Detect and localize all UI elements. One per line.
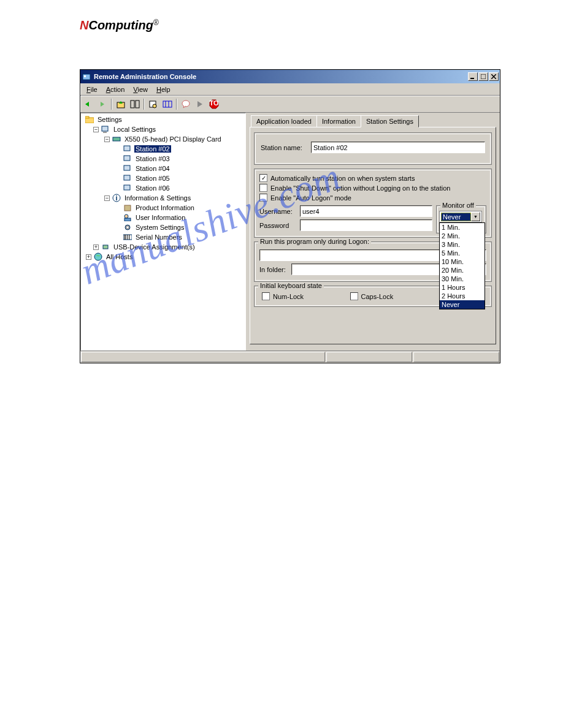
properties-button[interactable]: [147, 97, 160, 111]
collapse-icon[interactable]: −: [104, 195, 110, 201]
svg-point-33: [127, 227, 129, 229]
svg-rect-25: [124, 175, 130, 180]
svg-text:STOP: STOP: [209, 99, 219, 107]
auto-on-checkbox[interactable]: ✓: [259, 174, 267, 182]
monitor-off-dropdown[interactable]: Never ▼ 1 Min.2 Min.3 Min.5 Min.10 Min.2…: [439, 211, 482, 222]
collapse-icon[interactable]: −: [93, 127, 99, 132]
shutdown-label: Enable "Shut Down" option without Loggin…: [270, 184, 450, 192]
maximize-button[interactable]: [478, 72, 488, 81]
tree-label-user[interactable]: User Information: [134, 214, 186, 221]
tree-label-card[interactable]: X550 (5-head) PCI Display Card: [123, 135, 223, 143]
svg-point-40: [94, 253, 102, 260]
dropdown-option[interactable]: 2 Min.: [440, 232, 484, 240]
tree-label-s3[interactable]: Station #03: [134, 155, 171, 162]
numlock-label: Num-Lock: [273, 293, 304, 300]
toolbar-separator: [144, 99, 145, 110]
tree-station-04[interactable]: Station #04: [82, 164, 244, 173]
username-input[interactable]: [300, 205, 432, 217]
menu-action[interactable]: Action: [102, 85, 129, 94]
logo-n: N: [80, 18, 88, 32]
tree-card[interactable]: − X550 (5-head) PCI Display Card: [82, 134, 244, 144]
dropdown-option[interactable]: Never: [440, 300, 484, 309]
dropdown-option[interactable]: 3 Min.: [440, 240, 484, 249]
tree-pane[interactable]: Settings − Local Settings − X550 (5-head…: [80, 113, 246, 351]
up-button[interactable]: [114, 97, 128, 111]
tab-information[interactable]: Information: [316, 115, 361, 127]
numlock-checkbox[interactable]: [262, 292, 270, 300]
dropdown-option[interactable]: 2 Hours: [440, 292, 484, 300]
keyboard-state-title: Initial keyboard state: [258, 282, 324, 289]
dropdown-list[interactable]: 1 Min.2 Min.3 Min.5 Min.10 Min.20 Min.30…: [439, 222, 485, 309]
svg-rect-20: [103, 132, 107, 133]
show-hide-button[interactable]: [128, 97, 142, 111]
tree-product-info[interactable]: Product Information: [82, 203, 244, 213]
dropdown-option[interactable]: 1 Min.: [440, 223, 484, 232]
minimize-button[interactable]: [468, 72, 478, 81]
tree-info-settings[interactable]: − i Information & Settings: [82, 193, 244, 203]
message-button[interactable]: [179, 97, 193, 111]
stop-button[interactable]: STOP: [207, 97, 221, 111]
forward-button[interactable]: [96, 97, 109, 111]
tree-label-hosts[interactable]: All Hosts: [105, 253, 134, 260]
svg-rect-11: [163, 101, 172, 107]
dropdown-option[interactable]: 20 Min.: [440, 266, 484, 275]
tree-label-s2[interactable]: Station #02: [134, 145, 171, 153]
back-button[interactable]: [82, 97, 95, 111]
tree-local[interactable]: − Local Settings: [82, 124, 244, 134]
station-name-input[interactable]: [311, 142, 485, 153]
tree-label-s6[interactable]: Station #06: [134, 184, 171, 192]
svg-rect-3: [481, 74, 486, 79]
monitor-icon: [123, 173, 132, 183]
tree-label-usb[interactable]: USB-Device Assignment(s): [112, 243, 196, 251]
tree-station-05[interactable]: Station #05: [82, 173, 244, 183]
expand-icon[interactable]: +: [93, 245, 99, 250]
menu-view[interactable]: View: [129, 85, 151, 94]
statusbar: [80, 351, 500, 363]
tree-station-06[interactable]: Station #06: [82, 183, 244, 193]
tab-station-settings[interactable]: Station Settings: [361, 115, 419, 127]
columns-button[interactable]: [161, 97, 174, 111]
svg-point-30: [124, 214, 128, 218]
box-icon: [123, 203, 132, 213]
tree-root[interactable]: Settings: [82, 115, 244, 124]
tree-usb[interactable]: + USB-Device Assignment(s): [82, 242, 244, 252]
tree-label-prod[interactable]: Product Information: [134, 204, 196, 211]
collapse-icon[interactable]: −: [104, 137, 110, 142]
toolbar: STOP: [80, 96, 500, 113]
username-label: Username:: [259, 208, 297, 215]
auto-logon-checkbox[interactable]: [259, 194, 267, 202]
menu-help[interactable]: Help: [153, 85, 174, 94]
tree-serial[interactable]: Serial Numbers: [82, 232, 244, 242]
expand-icon[interactable]: +: [86, 254, 91, 260]
dropdown-option[interactable]: 30 Min.: [440, 275, 484, 283]
tabs: Application loaded Information Station S…: [251, 115, 496, 127]
run-program-title: Run this program only during Logon:: [258, 238, 371, 245]
tree-label-settings[interactable]: Settings: [96, 116, 123, 123]
close-button[interactable]: [489, 72, 499, 81]
shutdown-checkbox[interactable]: [259, 184, 267, 192]
tree-label-serial[interactable]: Serial Numbers: [134, 233, 183, 241]
chevron-down-icon[interactable]: ▼: [471, 212, 480, 221]
tree-label-sys[interactable]: System Settings: [134, 224, 185, 231]
menu-file[interactable]: File: [83, 85, 101, 94]
dropdown-option[interactable]: 1 Hours: [440, 283, 484, 292]
monitor-icon: [123, 154, 132, 164]
dropdown-option[interactable]: 5 Min.: [440, 249, 484, 257]
folder-icon: [85, 115, 94, 124]
password-input[interactable]: [300, 219, 432, 231]
dropdown-option[interactable]: 10 Min.: [440, 257, 484, 266]
svg-rect-7: [131, 100, 134, 108]
tab-app-loaded[interactable]: Application loaded: [251, 115, 317, 127]
tree-label-local[interactable]: Local Settings: [112, 126, 157, 133]
tree-system-settings[interactable]: System Settings: [82, 222, 244, 232]
capslock-checkbox[interactable]: [350, 292, 358, 300]
tree-station-02[interactable]: Station #02: [82, 144, 244, 154]
tree-user-info[interactable]: User Information: [82, 213, 244, 222]
tree-station-03[interactable]: Station #03: [82, 154, 244, 164]
tree-all-hosts[interactable]: + All Hosts: [82, 252, 244, 262]
play-button[interactable]: [193, 97, 207, 111]
tree-label-info[interactable]: Information & Settings: [123, 194, 192, 202]
titlebar[interactable]: Remote Administration Console: [80, 70, 500, 83]
tree-label-s4[interactable]: Station #04: [134, 165, 171, 172]
tree-label-s5[interactable]: Station #05: [134, 175, 171, 182]
